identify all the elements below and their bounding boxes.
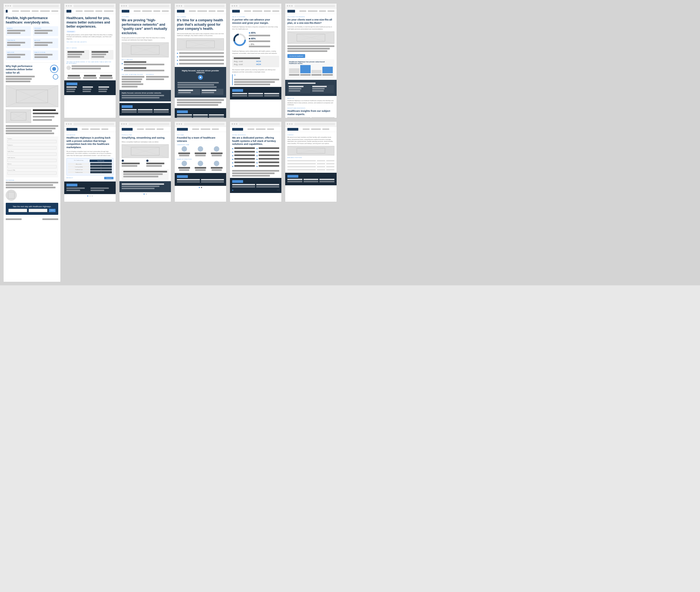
form-label-finance: Finance & TPAs [7, 169, 57, 171]
card-dedicated-partner: DIGITAL RESOURCES We are a dedicated par… [230, 121, 282, 202]
audience-label-healthsystem: Health System [35, 52, 57, 53]
content-label: CONTENT [287, 134, 334, 136]
proving-headline: We are proving "high-performance network… [122, 18, 169, 35]
simplifying-sub: What a competitive healthcare marketplac… [122, 141, 169, 143]
tailored-body: Design great products, at the speed of l… [66, 34, 113, 40]
row-1: Flexible, high-performance healthcare: e… [3, 3, 337, 282]
digital-resources-label: DIGITAL RESOURCES [232, 134, 279, 136]
nav-link-3[interactable] [32, 10, 39, 12]
people-tpa-label: PEOPLE & TPAs [122, 134, 169, 136]
browser-url-bar[interactable] [13, 5, 59, 7]
partner-body: Healthcare Highways has been a long time… [232, 26, 279, 30]
svg-line-16 [288, 117, 310, 118]
nav-link-4[interactable] [40, 10, 50, 12]
card-overview: Flexible, high-performance healthcare: e… [3, 3, 61, 282]
nav-logo [6, 10, 8, 12]
tailored-cta-link[interactable]: The links for one. Accepts [66, 41, 113, 43]
col-c: SELF-FUNDED It's time for a company heal… [175, 3, 226, 202]
insights-heading: Healthcare insights from our subject mat… [287, 110, 334, 116]
overview-cta: Take the next step with Healthcare Highw… [8, 205, 55, 207]
empower-body: We empower health systems by restoring c… [232, 69, 279, 73]
stat-8: 8% [251, 43, 254, 46]
compare-cell-4: Traditional cost [68, 171, 90, 173]
why-it-matters: WHY IT MATTERS [122, 59, 169, 60]
dedicated-partner-headline: We are a dedicated partner, offering hea… [232, 136, 279, 146]
nav-link-2[interactable] [20, 10, 30, 12]
one-size-body: Distinctions and flexibility, to meet th… [287, 26, 334, 30]
form-label-advisors: Advisors [7, 163, 57, 164]
about-text: Healthcare Highways is an American healt… [287, 100, 334, 106]
form-label-providers: Providers [7, 138, 57, 139]
pb-body: We are bringing competition back into lo… [66, 151, 113, 157]
overview-headline: Flexible, high-performance healthcare: e… [6, 16, 58, 24]
outcomes-label: OUTCOMES [122, 16, 169, 17]
tailored-headline: Healthcare, tailored for you, means bett… [66, 16, 113, 29]
col-e: SOLUTIONS FOR BROKERS Do your clients wa… [285, 3, 337, 202]
available-positions-label: AVAILABLE POSITIONS [287, 157, 334, 158]
tag-everyone: For everyone. [66, 31, 76, 33]
col-a: Healthcare, tailored for you, means bett… [64, 3, 116, 202]
compare-col-traditional: The Traditional way [68, 160, 89, 162]
media-kit-label: Media Kit [66, 177, 73, 179]
card-proving: OUTCOMES We are proving "high-performanc… [119, 3, 171, 118]
veterans-headline: Founded by a team of healthcare veterans [177, 136, 224, 143]
compare-col-hcw: The HCH way [90, 160, 112, 162]
leadership-label: LEADERSHIP TEAM [177, 144, 224, 145]
nav-links [12, 10, 58, 12]
card-partner: VALUE TO SYSTEMS A partner who can advan… [230, 3, 282, 118]
simplifying-headline: Simplifying, streamlining and saving. [122, 136, 169, 140]
nav-link-1[interactable] [12, 10, 19, 12]
card-simplifying: PEOPLE & TPAs Simplifying, streamlining … [119, 121, 171, 202]
col-b: OUTCOMES We are proving "high-performanc… [119, 3, 171, 202]
form-label-health-systems: Health Systems [7, 157, 57, 158]
insights-label: INSIGHTS AND RESOURCES [287, 107, 334, 109]
card-pushing-back: OUR MISSION Healthcare Highways is pushi… [64, 121, 116, 202]
network-cta-heading: Highly focused, outcome driven provider … [122, 92, 169, 94]
why-heading: Why high performance networks deliver be… [6, 65, 35, 75]
compare-cell-4b: ✓ [90, 171, 112, 173]
focused-networks-label: Highly focused, outcome driven provider … [178, 70, 223, 73]
about-label: ABOUT US [287, 98, 334, 99]
cta-button[interactable]: Submit [49, 209, 55, 212]
value-systems-label: VALUE TO SYSTEMS [232, 16, 279, 17]
compare-cell-2b: ✓ [90, 166, 112, 168]
proving-body: Design great products at speed of light.… [122, 37, 169, 41]
testimonial-label: Testimonial [6, 180, 58, 181]
audience-label-advisor: Advisor [35, 40, 57, 41]
col-d: VALUE TO SYSTEMS A partner who can advan… [230, 3, 282, 202]
self-funded-label: SELF-FUNDED [177, 16, 224, 17]
form-label-health-plans: Health Plans [7, 151, 57, 152]
who-it-serves-label: WHO IT SERVES [66, 47, 113, 49]
compare-cell-3: Traditional care [68, 168, 90, 170]
position-row-4 [287, 168, 334, 171]
card-serve-members: CONTENT We serve to our team members and… [285, 121, 337, 202]
card-one-size: SOLUTIONS FOR BROKERS Do your clients wa… [285, 3, 337, 118]
healthcare-cta[interactable]: Go time for healthcare [287, 54, 305, 58]
nav-bar-overview [4, 8, 60, 14]
compare-cell-1: All providers [68, 163, 90, 165]
partner-headline: A partner who can advance your mission a… [232, 18, 279, 24]
svg-line-15 [288, 117, 310, 118]
quote-mark: " [234, 75, 279, 79]
position-row-1 [287, 159, 334, 162]
partner-body-2: Healthcare Highways works collaborativel… [232, 50, 279, 54]
position-row-2 [287, 162, 334, 165]
media-download-btn[interactable]: Download [104, 177, 113, 179]
browser-dot-3 [10, 5, 11, 7]
card-company-health: SELF-FUNDED It's time for a company heal… [175, 3, 226, 118]
proven-value-heading: Healthcare Highways has proven value-bas… [289, 61, 333, 64]
pb-eyebrow: OUR MISSION [66, 134, 113, 136]
serve-members-body: We serve to our team members and their f… [287, 136, 334, 145]
nav-link-5[interactable] [51, 10, 58, 12]
our-team-label: OUR TEAM [177, 134, 224, 136]
pushing-back-headline: Healthcare Highways is pushing back with… [66, 136, 113, 149]
card-team-veterans: OUR TEAM Founded by a team of healthcare… [175, 121, 226, 202]
card-tailored: Healthcare, tailored for you, means bett… [64, 3, 116, 118]
compare-cell-1b: ✓ [90, 163, 112, 165]
compare-cell-2: Local specialists [68, 166, 90, 168]
stat-48: 48% [251, 37, 256, 40]
stat-45: 45% [251, 32, 256, 34]
browser-dot-2 [7, 5, 9, 7]
company-health-body: Self-insured health plans were built to … [177, 33, 224, 37]
audience-label-provider: Provider [35, 28, 57, 29]
